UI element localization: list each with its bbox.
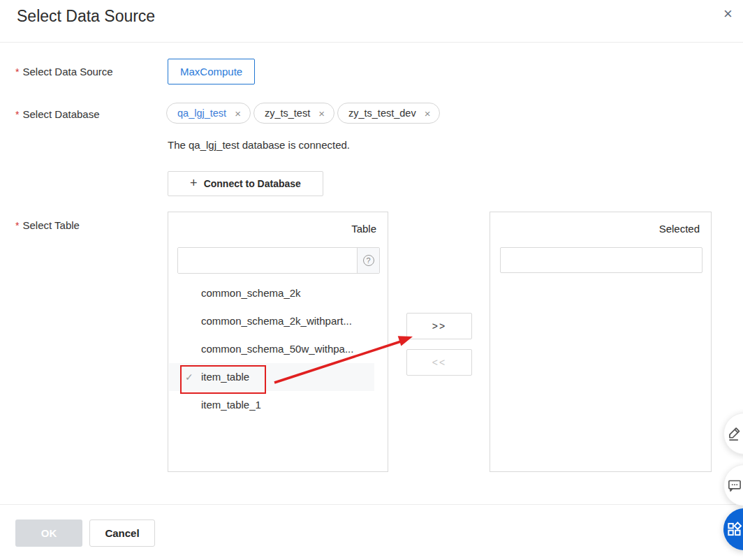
list-item[interactable]: ✓ common_schema_50w_withpa... — [169, 335, 374, 363]
table-label-text: Select Table — [22, 219, 79, 231]
database-tag-name: zy_ts_test_dev — [348, 108, 416, 119]
page-title: Select Data Source — [17, 7, 155, 26]
table-source-panel: Table ? ✓ common_schema_2k ✓ common_sche… — [168, 212, 388, 472]
plus-icon: + — [190, 176, 198, 191]
database-tag-list: qa_lgj_test × zy_ts_test × zy_ts_test_de… — [166, 103, 440, 124]
required-asterisk: * — [15, 109, 19, 120]
list-item[interactable]: ✓ common_schema_2k_withpart... — [169, 307, 374, 335]
search-help-button[interactable]: ? — [357, 248, 379, 273]
list-item[interactable]: ✓ item_table_1 — [169, 391, 374, 419]
apps-fab-button[interactable] — [723, 508, 743, 550]
target-search-input[interactable] — [500, 247, 702, 273]
chat-icon — [726, 476, 743, 494]
data-source-label: *Select Data Source — [15, 66, 113, 78]
list-item-label: common_schema_50w_withpa... — [201, 343, 353, 355]
database-label-text: Select Database — [22, 108, 99, 120]
cancel-button[interactable]: Cancel — [89, 520, 155, 547]
list-item-label: common_schema_2k — [201, 287, 301, 299]
tag-close-icon[interactable]: × — [318, 108, 325, 119]
close-icon[interactable]: × — [723, 6, 733, 22]
source-search-input[interactable] — [178, 248, 357, 273]
database-label: *Select Database — [15, 108, 100, 120]
move-left-button[interactable]: << — [406, 349, 472, 376]
connect-button-label: Connect to Database — [204, 178, 301, 189]
header-divider — [0, 42, 743, 43]
maxcompute-button[interactable]: MaxCompute — [168, 59, 255, 84]
edit-fab-button[interactable] — [723, 413, 743, 455]
footer-divider — [0, 504, 743, 505]
tag-close-icon[interactable]: × — [235, 108, 241, 119]
required-asterisk: * — [15, 220, 19, 231]
move-right-button[interactable]: >> — [406, 313, 472, 339]
help-icon: ? — [363, 255, 374, 266]
table-target-panel: Selected — [490, 212, 712, 472]
database-tag[interactable]: qa_lgj_test × — [166, 103, 251, 124]
database-tag-name: qa_lgj_test — [177, 108, 226, 119]
source-table-list: ✓ common_schema_2k ✓ common_schema_2k_wi… — [169, 279, 387, 419]
database-tag[interactable]: zy_ts_test_dev × — [337, 103, 441, 124]
check-icon: ✓ — [185, 363, 193, 391]
list-item-label: item_table_1 — [201, 399, 261, 411]
required-asterisk: * — [15, 66, 19, 78]
list-item-label: common_schema_2k_withpart... — [201, 315, 352, 327]
data-source-label-text: Select Data Source — [22, 66, 112, 78]
feedback-fab-button[interactable] — [723, 464, 743, 506]
list-item[interactable]: ✓ common_schema_2k — [169, 279, 374, 307]
list-item-label: item_table — [201, 371, 249, 383]
database-connected-status: The qa_lgj_test database is connected. — [168, 139, 350, 151]
apps-icon — [726, 520, 743, 538]
source-search-group: ? — [177, 247, 380, 274]
database-tag[interactable]: zy_ts_test × — [253, 103, 334, 124]
ok-button[interactable]: OK — [15, 520, 82, 547]
select-data-source-dialog: Select Data Source × *Select Data Source… — [0, 0, 743, 560]
source-panel-title: Table — [351, 223, 376, 235]
table-label: *Select Table — [15, 219, 80, 231]
target-panel-title: Selected — [659, 223, 700, 235]
database-tag-name: zy_ts_test — [265, 108, 310, 119]
list-item-selected[interactable]: ✓ item_table — [169, 363, 374, 391]
pencil-icon — [726, 425, 743, 443]
tag-close-icon[interactable]: × — [425, 108, 431, 119]
connect-to-database-button[interactable]: + Connect to Database — [168, 171, 323, 196]
